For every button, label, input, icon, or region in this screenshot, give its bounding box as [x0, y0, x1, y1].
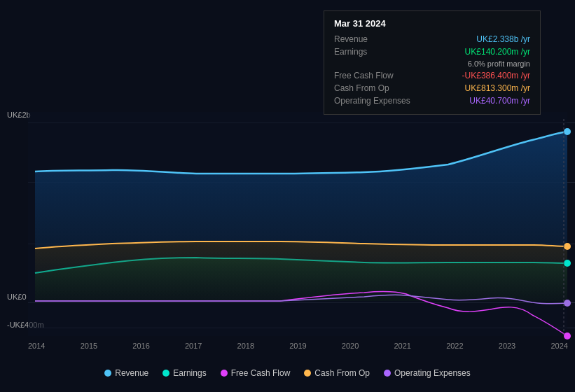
legend-label-earnings: Earnings [173, 368, 206, 378]
x-axis-labels: 2014 2015 2016 2017 2018 2019 2020 2021 … [28, 342, 568, 350]
tooltip-fcf-row: Free Cash Flow -UK£386.400m /yr [334, 69, 530, 82]
tooltip-earnings-value: UK£140.200m /yr [465, 47, 530, 57]
x-label-2018: 2018 [237, 342, 254, 350]
legend-dot-earnings [162, 370, 169, 377]
tooltip-opex-row: Operating Expenses UK£40.700m /yr [334, 94, 530, 107]
legend-cashop[interactable]: Cash From Op [304, 368, 370, 378]
legend-dot-fcf [221, 370, 228, 377]
x-label-2022: 2022 [446, 342, 463, 350]
x-label-2017: 2017 [185, 342, 202, 350]
tooltip-opex-label: Operating Expenses [334, 96, 410, 106]
legend-dot-opex [384, 370, 391, 377]
x-label-2016: 2016 [132, 342, 149, 350]
earnings-end-dot [564, 260, 571, 267]
tooltip-margin-value: 6.0% profit margin [468, 59, 530, 68]
legend-revenue[interactable]: Revenue [104, 368, 148, 378]
opex-end-dot [564, 300, 571, 307]
x-label-2015: 2015 [81, 342, 97, 350]
tooltip-earnings-row: Earnings UK£140.200m /yr [334, 46, 530, 58]
tooltip-earnings-label: Earnings [334, 47, 367, 57]
tooltip-opex-value: UK£40.700m /yr [469, 96, 530, 106]
legend-fcf[interactable]: Free Cash Flow [221, 368, 291, 378]
x-label-2023: 2023 [499, 342, 515, 350]
legend-earnings[interactable]: Earnings [162, 368, 206, 378]
legend-label-cashop: Cash From Op [314, 368, 370, 378]
tooltip-revenue-value: UK£2.338b /yr [476, 34, 530, 44]
tooltip-box: Mar 31 2024 Revenue UK£2.338b /yr Earnin… [324, 10, 541, 115]
legend-label-opex: Operating Expenses [394, 368, 471, 378]
tooltip-cashop-label: Cash From Op [334, 83, 389, 93]
tooltip-fcf-label: Free Cash Flow [334, 71, 394, 80]
legend: Revenue Earnings Free Cash Flow Cash Fro… [0, 368, 575, 378]
tooltip-fcf-value: -UK£386.400m /yr [462, 71, 530, 80]
x-label-2021: 2021 [394, 342, 410, 350]
tooltip-margin-row: 6.0% profit margin [334, 58, 530, 69]
tooltip-date: Mar 31 2024 [334, 18, 530, 29]
cash-op-area [35, 241, 567, 301]
x-label-2020: 2020 [342, 342, 359, 350]
chart-container: Mar 31 2024 Revenue UK£2.338b /yr Earnin… [0, 0, 575, 392]
revenue-end-dot [564, 128, 571, 135]
x-label-2014: 2014 [28, 342, 45, 350]
x-label-2024: 2024 [550, 342, 567, 350]
legend-label-revenue: Revenue [115, 368, 148, 378]
x-label-2019: 2019 [289, 342, 306, 350]
tooltip-revenue-label: Revenue [334, 34, 368, 44]
legend-opex[interactable]: Operating Expenses [384, 368, 471, 378]
legend-dot-cashop [304, 370, 311, 377]
legend-dot-revenue [104, 370, 111, 377]
legend-label-fcf: Free Cash Flow [231, 368, 291, 378]
tooltip-cashop-row: Cash From Op UK£813.300m /yr [334, 82, 530, 94]
tooltip-revenue-row: Revenue UK£2.338b /yr [334, 33, 530, 46]
fcf-end-dot [564, 332, 571, 340]
tooltip-cashop-value: UK£813.300m /yr [465, 83, 530, 93]
cashop-end-dot [564, 243, 571, 250]
